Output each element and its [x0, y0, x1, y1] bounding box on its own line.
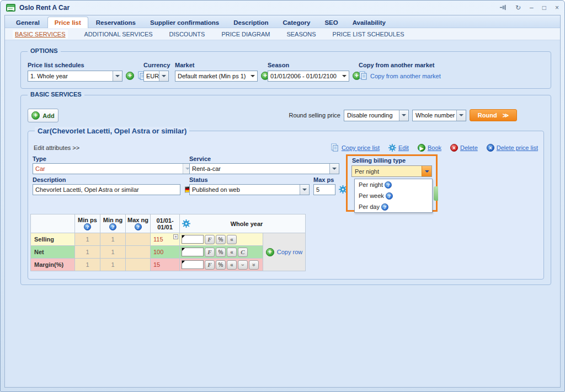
market-select[interactable]: Default market (Min ps 1): [175, 71, 258, 82]
round-selling-price-label: Round selling price: [289, 112, 340, 119]
chevron-down-icon: [300, 185, 309, 195]
apply-left-button[interactable]: «: [227, 248, 237, 257]
subnav-price-list-schedules[interactable]: PRICE LIST SCHEDULES: [333, 31, 404, 37]
car-groupbox: Car(Chevorlet Lacetti, Opel Astra or sim…: [28, 131, 544, 280]
tab-supplier-confirmations[interactable]: Supplier confirmations: [143, 17, 226, 28]
season-label: Season: [268, 62, 289, 68]
percent-button[interactable]: %: [216, 235, 226, 244]
selling-input-cell: F % «: [180, 233, 263, 246]
max-ps-input[interactable]: [313, 184, 335, 195]
service-select[interactable]: Rent-a-car: [189, 163, 339, 174]
status-select[interactable]: Published on web: [189, 184, 310, 195]
maximize-icon[interactable]: □: [542, 4, 546, 11]
apply-down-button[interactable]: ‹: [238, 260, 248, 270]
percent-button[interactable]: %: [216, 260, 226, 270]
book-action[interactable]: ▶ Book: [418, 144, 441, 152]
formula-button[interactable]: F: [205, 235, 215, 244]
round-button[interactable]: Round ≫: [470, 109, 517, 121]
chevron-down-icon: [329, 164, 339, 174]
billing-option-per-day[interactable]: Per day ?: [355, 201, 432, 212]
delete-price-list-action[interactable]: × Delete price list: [487, 144, 538, 152]
round-mode-select[interactable]: Disable rounding: [344, 110, 409, 121]
margin-input[interactable]: [182, 260, 204, 269]
car-legend: Car(Chevorlet Lacetti, Opel Astra or sim…: [35, 127, 189, 135]
tab-general[interactable]: General: [9, 17, 46, 28]
type-select[interactable]: Car: [33, 163, 193, 174]
chevron-down-icon: [248, 71, 257, 81]
expand-icon[interactable]: +: [173, 234, 178, 239]
options-groupbox: OPTIONS Price list schedules 1. Whole ye…: [20, 51, 551, 89]
add-schedule-icon[interactable]: +: [126, 72, 134, 80]
minimize-icon[interactable]: –: [530, 4, 534, 11]
formula-button[interactable]: F: [205, 248, 215, 257]
billing-highlight-box: Selling billing type Per night Per night…: [346, 154, 438, 212]
tab-category[interactable]: Category: [276, 17, 317, 28]
max-ps-label: Max ps: [313, 176, 334, 183]
help-icon[interactable]: ?: [84, 223, 91, 230]
copy-market-link[interactable]: Copy from another market: [370, 73, 441, 79]
currency-select[interactable]: EUR: [143, 71, 169, 82]
subnav-price-diagram[interactable]: PRICE DIAGRAM: [221, 31, 270, 37]
net-price-input[interactable]: [182, 248, 204, 256]
col-header-period: 01/01-01/01: [151, 214, 180, 233]
help-icon[interactable]: ?: [135, 223, 142, 230]
tab-availability[interactable]: Availability: [346, 17, 392, 28]
subnav-basic-services[interactable]: BASIC SERVICES: [13, 30, 68, 39]
app-icon: [6, 4, 15, 12]
col-header-max-ng: Max ng ?: [126, 214, 151, 233]
calc-button[interactable]: C: [238, 248, 248, 257]
billing-combobox[interactable]: Per night: [351, 165, 432, 177]
pin-icon[interactable]: [499, 4, 507, 12]
chevron-down-icon: [422, 166, 431, 176]
apply-left-button[interactable]: «: [227, 260, 237, 270]
subnav-discounts[interactable]: DISCOUNTS: [169, 31, 205, 37]
help-icon[interactable]: ?: [385, 181, 392, 189]
add-button[interactable]: + Add: [28, 109, 58, 122]
col-header-min-ng: Min ng ?: [100, 214, 126, 233]
round-precision-select[interactable]: Whole number: [412, 110, 466, 121]
percent-button[interactable]: %: [216, 248, 226, 257]
billing-option-per-night[interactable]: Per night ?: [355, 179, 432, 190]
tab-description[interactable]: Description: [227, 17, 275, 28]
tab-bar: General Price list Reservations Supplier…: [5, 15, 560, 28]
copy-market-label: Copy from another market: [359, 62, 435, 68]
edit-action[interactable]: Edit: [388, 144, 409, 152]
plus-icon: +: [266, 248, 274, 256]
selling-price-input[interactable]: [182, 235, 204, 244]
tab-seo[interactable]: SEO: [318, 17, 344, 28]
help-icon[interactable]: ?: [109, 223, 116, 230]
chevron-down-icon: [456, 110, 466, 121]
subnav-additional-services[interactable]: ADDITIONAL SERVICES: [84, 31, 153, 37]
refresh-icon[interactable]: ↻: [515, 4, 521, 11]
play-icon: ▶: [418, 144, 425, 152]
price-list-schedules-select[interactable]: 1. Whole year: [28, 71, 122, 82]
tab-reservations[interactable]: Reservations: [89, 17, 142, 28]
description-input[interactable]: [33, 184, 180, 195]
edit-attributes-link[interactable]: Edit attributes >>: [34, 144, 79, 151]
apply-all-down-button[interactable]: «: [249, 260, 259, 270]
help-icon[interactable]: ?: [381, 203, 388, 211]
close-icon[interactable]: ×: [555, 4, 559, 11]
description-label: Description: [33, 176, 66, 183]
market-label: Market: [175, 62, 194, 68]
schedules-label: Price list schedules: [28, 62, 84, 68]
formula-button[interactable]: F: [205, 260, 215, 270]
selling-value-cell: 115 +: [151, 233, 180, 246]
tab-price-list[interactable]: Price list: [47, 17, 88, 28]
basic-services-groupbox: BASIC SERVICES + Add Round selling price…: [20, 95, 551, 285]
copy-market-icon[interactable]: [359, 71, 367, 80]
table-row-selling: Selling 1 1 115 + F: [31, 233, 306, 246]
apply-left-button[interactable]: «: [227, 235, 237, 244]
net-input-cell: F % « C: [180, 246, 263, 259]
copy-price-list-action[interactable]: Copy price list: [331, 143, 380, 152]
billing-option-per-week[interactable]: Per week ?: [355, 190, 432, 201]
copy-row-link[interactable]: + Copy row: [263, 248, 305, 256]
help-icon[interactable]: ?: [386, 192, 393, 200]
main-area: OPTIONS Price list schedules 1. Whole ye…: [5, 40, 560, 387]
plus-icon: +: [31, 111, 40, 120]
chevron-down-icon: [399, 110, 408, 121]
season-select[interactable]: 01/01/2006 - 01/01/2100: [268, 71, 349, 82]
delete-action[interactable]: × Delete: [450, 144, 478, 152]
subnav-seasons[interactable]: SEASONS: [286, 31, 316, 37]
season-gear-icon[interactable]: [182, 219, 190, 228]
